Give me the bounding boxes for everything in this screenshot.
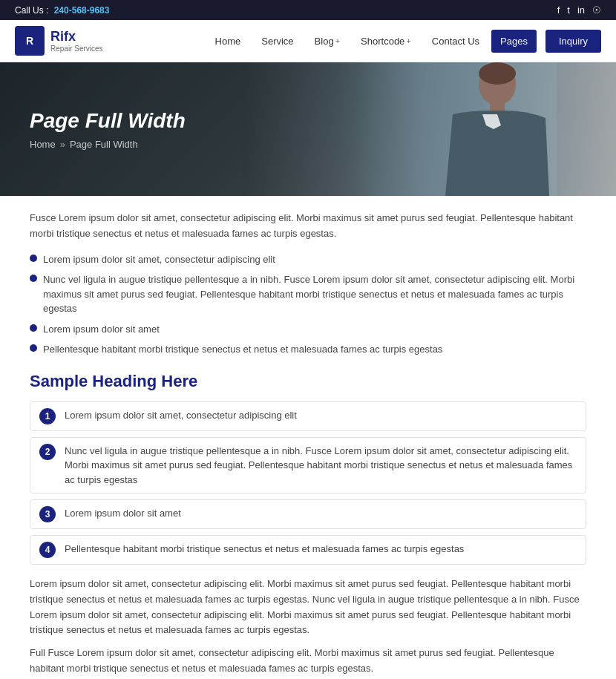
social-icons-group: f t in ☉ <box>557 4 601 16</box>
list-item: Lorem ipsum dolor sit amet <box>30 322 586 337</box>
top-bar: Call Us : 240-568-9683 f t in ☉ <box>0 0 616 20</box>
logo-icon: R <box>15 26 45 56</box>
logo-name: Rifx <box>50 29 76 44</box>
bullet-list: Lorem ipsum dolor sit amet, consectetur … <box>30 252 586 357</box>
breadcrumb: Home » Page Full Width <box>30 139 186 150</box>
nav-pages[interactable]: Pages <box>491 30 537 53</box>
num-badge-4: 4 <box>39 542 56 558</box>
sample-heading: Sample Heading Here <box>30 372 586 391</box>
bullet-dot <box>30 255 37 262</box>
list-item: Lorem ipsum dolor sit amet, consectetur … <box>30 252 586 267</box>
inquiry-button[interactable]: Inquiry <box>545 30 601 53</box>
svg-point-2 <box>479 62 516 85</box>
bullet-dot <box>30 324 37 332</box>
num-badge-3: 3 <box>39 506 56 522</box>
linkedin-icon[interactable]: in <box>577 4 585 16</box>
hero-content: Page Full Width Home » Page Full Width <box>0 109 186 150</box>
num-badge-2: 2 <box>39 444 56 460</box>
numbered-item-3: 3 Lorem ipsum dolor sit amet <box>30 499 586 529</box>
hero-title: Page Full Width <box>30 109 186 133</box>
num-badge-1: 1 <box>39 408 56 424</box>
list-item: Nunc vel ligula in augue tristique pelle… <box>30 272 586 316</box>
nav-service[interactable]: Service <box>252 30 302 53</box>
phone-info: Call Us : 240-568-9683 <box>15 5 109 16</box>
numbered-item-1: 1 Lorem ipsum dolor sit amet, consectetu… <box>30 401 586 431</box>
hero-section: Page Full Width Home » Page Full Width <box>0 62 616 196</box>
numbered-item-4: 4 Pellentesque habitant morbi tristique … <box>30 535 586 565</box>
twitter-icon[interactable]: t <box>567 4 570 16</box>
header: R Rifx Repair Services Home Service Blog… <box>0 20 616 62</box>
breadcrumb-current: Page Full Width <box>70 139 138 150</box>
nav-home[interactable]: Home <box>206 30 250 53</box>
logo: R Rifx Repair Services <box>15 26 103 56</box>
body-paragraph: Lorem ipsum dolor sit amet, consectetur … <box>30 577 586 638</box>
nav-shortcode[interactable]: Shortcode + <box>352 30 420 53</box>
instagram-icon[interactable]: ☉ <box>592 4 601 16</box>
full-paragraph: Full Fusce Lorem ipsum dolor sit amet, c… <box>30 646 586 677</box>
hero-person-image <box>334 62 557 196</box>
nav-contact[interactable]: Contact Us <box>423 30 488 53</box>
breadcrumb-separator: » <box>60 139 65 150</box>
facebook-icon[interactable]: f <box>557 4 560 16</box>
nav-blog[interactable]: Blog + <box>306 30 349 53</box>
list-item: Pellentesque habitant morbi tristique se… <box>30 342 586 357</box>
bullet-dot <box>30 344 37 352</box>
shortcode-plus: + <box>406 36 410 45</box>
numbered-list: 1 Lorem ipsum dolor sit amet, consectetu… <box>30 401 586 565</box>
breadcrumb-home: Home <box>30 139 56 150</box>
intro-paragraph: Fusce Lorem ipsum dolor sit amet, consec… <box>30 211 586 242</box>
bullet-dot <box>30 275 37 282</box>
main-content: Fusce Lorem ipsum dolor sit amet, consec… <box>0 196 616 679</box>
blog-plus: + <box>335 36 340 45</box>
logo-text-block: Rifx Repair Services <box>50 29 103 53</box>
nav: Home Service Blog + Shortcode + Contact … <box>206 30 601 53</box>
numbered-item-2: 2 Nunc vel ligula in augue tristique pel… <box>30 437 586 494</box>
call-label: Call Us : <box>15 5 48 16</box>
logo-subtitle: Repair Services <box>50 45 103 53</box>
phone-number: 240-568-9683 <box>54 5 110 16</box>
